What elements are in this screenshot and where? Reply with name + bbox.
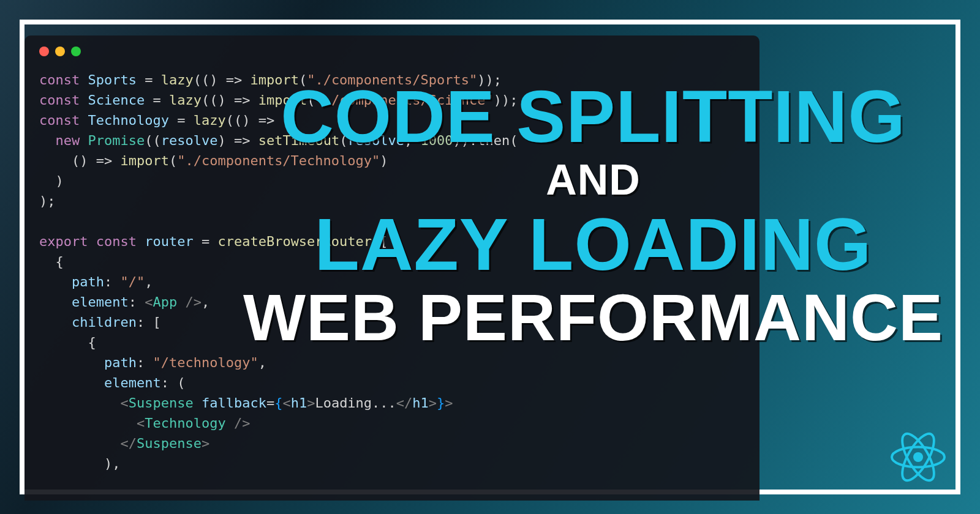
react-icon <box>891 430 946 485</box>
title-stack: CODE SPLITTING AND LAZY LOADING WEB PERF… <box>243 80 943 351</box>
close-icon[interactable] <box>39 47 49 56</box>
window-controls <box>39 47 745 56</box>
svg-point-0 <box>913 452 923 462</box>
maximize-icon[interactable] <box>71 47 81 56</box>
title-line-3: LAZY LOADING <box>243 207 943 281</box>
title-line-2: AND <box>243 157 943 204</box>
title-line-4: WEB PERFORMANCE <box>243 285 943 351</box>
minimize-icon[interactable] <box>55 47 65 56</box>
title-line-1: CODE SPLITTING <box>243 80 943 153</box>
